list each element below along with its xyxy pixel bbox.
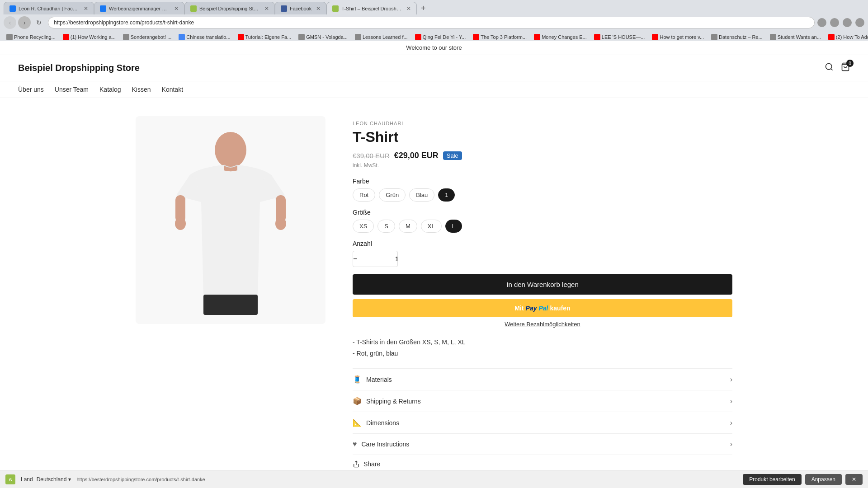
store-logo[interactable]: Beispiel Dropshipping Store [18,63,140,73]
add-to-cart-button[interactable]: In den Warenkorb legen [353,274,732,295]
back-button[interactable]: ‹ [4,16,16,29]
tab-label-4: Facebook [290,6,311,11]
paypal-suffix: kaufen [550,305,571,312]
bookmark-9[interactable]: The Top 3 Platform... [470,33,529,41]
accordion-materials-title: 🧵 Materials [353,375,392,384]
country-label: Land [21,476,33,483]
accordion-materials-header[interactable]: 🧵 Materials › [353,369,732,390]
tab-close-1[interactable]: ✕ [84,5,88,12]
browser-icon-1 [817,18,826,27]
bookmark-10[interactable]: Money Changes E... [531,33,590,41]
nav-kissen[interactable]: Kissen [132,86,151,93]
color-option-blau[interactable]: Blau [409,188,434,202]
paypal-button[interactable]: Mit PayPal kaufen [353,299,732,317]
sale-badge: Sale [443,151,462,160]
bottom-url: https://besterdropshippingstore.com/prod… [76,477,737,482]
nav-uber-uns[interactable]: Über uns [18,86,44,93]
accordion-dimensions-header[interactable]: 📐 Dimensions › [353,412,732,433]
bookmark-label-2: (1) How Working a... [71,34,116,40]
forward-button[interactable]: › [18,16,31,29]
bookmark-label-8: Qing Fei De Yi - Y... [423,34,466,40]
materials-label: Materials [366,376,392,383]
bookmark-icon-15 [828,34,835,40]
bookmark-3[interactable]: Sonderangebot! ... [120,33,175,41]
color-label: Farbe [353,178,732,185]
price-row: €39,00 EUR €29,00 EUR Sale [353,151,732,160]
bookmark-15[interactable]: (2) How To Add A... [826,33,868,41]
color-option-rot[interactable]: Rot [353,188,375,202]
size-option-m[interactable]: M [399,220,417,233]
bookmark-7[interactable]: Lessons Learned f... [352,33,410,41]
price-original: €39,00 EUR [353,152,390,160]
new-tab-button[interactable]: + [417,2,429,14]
bookmark-11[interactable]: LEE 'S HOUSE—... [591,33,648,41]
tab-werbung[interactable]: Werbeanzigenmanager – We... ✕ [94,2,184,14]
shopify-bag-icon: S [5,474,15,484]
store-page: Welcome to our store Beispiel Dropshippi… [0,41,868,488]
size-options: XS S M XL L [353,220,732,233]
svg-point-8 [275,217,286,230]
bookmark-13[interactable]: Datenschutz – Re... [708,33,765,41]
accordion-dimensions-title: 📐 Dimensions [353,418,399,427]
tax-note: inkl. MwSt. [353,162,732,169]
browser-icon-4 [855,18,864,27]
nav-team[interactable]: Unser Team [55,86,89,93]
store-nav: Über uns Unser Team Katalog Kissen Konta… [0,81,868,98]
care-icon: ♥ [353,440,357,448]
size-option-s[interactable]: S [377,220,395,233]
header-icons: 0 [825,62,850,74]
bookmark-12[interactable]: How to get more v... [649,33,707,41]
bookmark-icon-5 [238,34,244,40]
bookmark-14[interactable]: Student Wants an... [767,33,824,41]
tab-close-4[interactable]: ✕ [316,5,321,12]
tab-store[interactable]: Beispiel Dropshipping Store... ✕ [184,2,275,14]
browser-icon-2 [830,18,839,27]
bookmark-2[interactable]: (1) How Working a... [60,33,118,41]
nav-katalog[interactable]: Katalog [99,86,121,93]
address-bar[interactable]: https://besterdropshippingstore.com/prod… [48,17,815,28]
bookmark-label-15: (2) How To Add A... [836,34,868,40]
size-option-xl[interactable]: XL [421,220,442,233]
bookmark-label-13: Datenschutz – Re... [719,34,763,40]
bookmark-label-12: How to get more v... [660,34,704,40]
tab-tshirt[interactable]: T-Shirt – Beispiel Dropshipping... ✕ [326,2,417,14]
bookmark-icon-9 [473,34,479,40]
accordion-shipping: 📦 Shipping & Returns › [353,390,732,412]
bookmark-1[interactable]: Phone Recycling... [4,33,58,41]
bookmark-8[interactable]: Qing Fei De Yi - Y... [412,33,469,41]
color-option-grun[interactable]: Grün [379,188,406,202]
accordion-shipping-header[interactable]: 📦 Shipping & Returns › [353,390,732,412]
cart-button[interactable]: 0 [841,62,850,74]
svg-text:S: S [9,477,12,482]
tab-close-5[interactable]: ✕ [406,5,411,12]
country-selector[interactable]: Land Deutschland ▾ [21,476,71,483]
accordion-care-header[interactable]: ♥ Care Instructions › [353,434,732,455]
bookmark-icon-8 [415,34,421,40]
edit-product-button[interactable]: Produkt bearbeiten [743,474,801,485]
quantity-input[interactable] [357,255,398,263]
tab-close-2[interactable]: ✕ [174,5,179,12]
size-option-l[interactable]: L [445,220,462,233]
bookmark-icon-7 [355,34,361,40]
tab-facebook[interactable]: Leon R. Chaudhari | Facebook ✕ [4,2,94,14]
bookmark-icon-13 [711,34,717,40]
tab-close-3[interactable]: ✕ [264,5,269,12]
tab-favicon-3 [190,5,197,12]
bookmark-4[interactable]: Chinese translatio... [176,33,233,41]
nav-kontakt[interactable]: Kontakt [162,86,183,93]
tab-facebook2[interactable]: Facebook ✕ [275,2,326,14]
size-option-xs[interactable]: XS [353,220,374,233]
paypal-brand-2: Pal [539,305,548,312]
customize-button[interactable]: Anpassen [805,474,842,485]
close-bottom-bar-button[interactable]: ✕ [845,474,863,485]
reload-button[interactable]: ↻ [33,16,45,29]
color-option-1[interactable]: 1 [438,188,455,202]
tab-label-2: Werbeanzigenmanager – We... [109,6,170,11]
bookmark-6[interactable]: GMSN - Volagda... [296,33,350,41]
tab-label-5: T-Shirt – Beispiel Dropshipping... [341,6,402,11]
quantity-decrease-button[interactable]: − [353,251,357,267]
search-button[interactable] [825,62,834,74]
more-payment-link[interactable]: Weitere Bezahlmöglichkeiten [353,321,732,328]
tab-favicon-4 [281,5,287,12]
bookmark-5[interactable]: Tutorial: Eigene Fa... [235,33,294,41]
